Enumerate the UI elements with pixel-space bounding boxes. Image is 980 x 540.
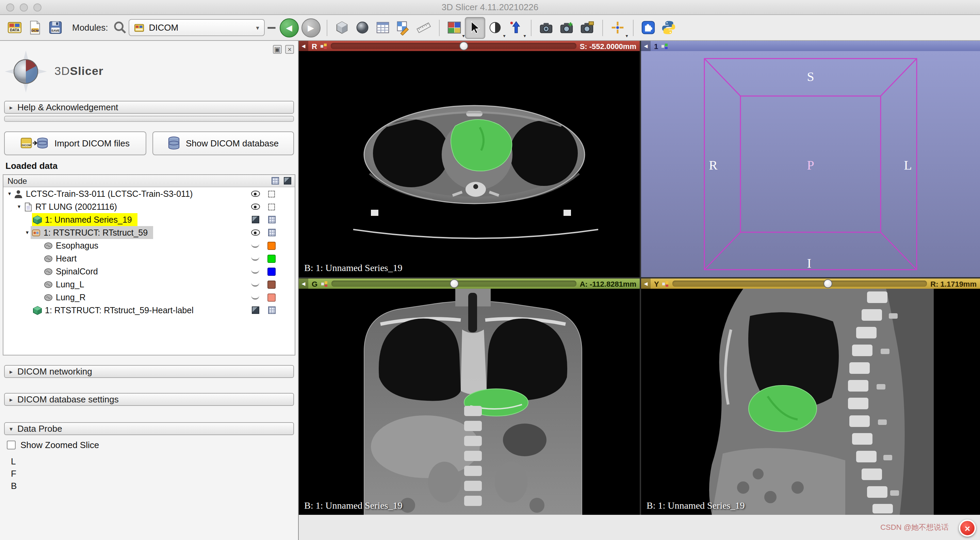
toolbar-separator	[439, 19, 440, 36]
transform-column-icon[interactable]	[268, 203, 275, 210]
dicom-database-settings-section[interactable]: ▸ DICOM database settings	[4, 393, 294, 406]
slice-offset-slider[interactable]	[673, 280, 927, 287]
segment-icon	[43, 266, 53, 276]
tree-header-grid-icon[interactable]	[272, 177, 279, 185]
tree-row-patient[interactable]: ▾ LCTSC-Train-S3-011 (LCTSC-Train-S3-011…	[3, 187, 295, 200]
cursor-icon	[467, 20, 483, 35]
tree-row-segment-lung-l[interactable]: Lung_L	[3, 278, 295, 291]
axial-slice-viewport[interactable]: B: 1: Unnamed Series_19	[299, 51, 640, 277]
tree-row-segment-lung-r[interactable]: Lung_R	[3, 291, 295, 304]
tables-button[interactable]	[373, 17, 393, 38]
tree-row-segment-spinalcord[interactable]: SpinalCord	[3, 265, 295, 278]
center-3d-view-button[interactable]	[353, 17, 373, 38]
slice-menu-pin-icon[interactable]	[321, 280, 328, 287]
yellow-slice-controller[interactable]: ◀ Y R: 1.1719mm	[641, 279, 980, 289]
threed-scene: S R P L I	[641, 51, 980, 277]
dcm-button[interactable]: DCM	[24, 17, 45, 38]
slider-handle[interactable]	[450, 279, 458, 288]
module-history-button[interactable]	[265, 17, 278, 38]
ruler-button[interactable]	[414, 17, 434, 38]
toolbar-separator	[531, 19, 531, 36]
tree-row-labelmap[interactable]: 1: RTSTRUCT: RTstruct_59-Heart-label	[3, 304, 295, 317]
green-slice-controller[interactable]: ◀ G A: -112.8281mm	[299, 279, 640, 289]
crosshair-button[interactable]: ▾	[608, 17, 628, 38]
python-console-button[interactable]	[659, 17, 679, 38]
collapse-controller-icon[interactable]: ◀	[299, 41, 308, 51]
visibility-off-icon[interactable]	[251, 282, 259, 287]
help-acknowledgement-section[interactable]: ▸ Help & Acknowledgement	[4, 101, 294, 114]
visibility-on-icon[interactable]	[251, 191, 259, 197]
chevron-down-icon: ▾	[625, 33, 628, 38]
visibility-off-icon[interactable]	[251, 256, 259, 261]
segment-color-swatch[interactable]	[267, 267, 275, 276]
visibility-off-icon[interactable]	[251, 243, 259, 248]
collapse-controller-icon[interactable]: ◀	[299, 279, 308, 289]
red-slice-controller[interactable]: ◀ R S: -552.0000mm	[299, 41, 640, 51]
slider-handle[interactable]	[824, 279, 833, 288]
collapse-controller-icon[interactable]: ◀	[641, 41, 651, 51]
panel-close-icon[interactable]: ×	[285, 45, 294, 54]
tree-row-study[interactable]: ▾ RT LUNG (20021116)	[3, 200, 295, 213]
visibility-off-icon[interactable]	[251, 295, 259, 299]
screenshot-button[interactable]	[536, 17, 557, 38]
module-finder-button[interactable]	[112, 17, 129, 38]
tree-row-segment-heart[interactable]: Heart	[3, 252, 295, 265]
expander-icon[interactable]: ▾	[16, 204, 22, 210]
visibility-on-icon[interactable]	[251, 229, 259, 236]
scene-views-menu-button[interactable]	[577, 17, 598, 38]
adjust-window-level-button[interactable]: ▾	[485, 17, 506, 38]
slice-edit-button[interactable]	[393, 17, 414, 38]
sagittal-slice-viewport[interactable]: B: 1: Unnamed Series_19	[641, 289, 980, 515]
slice-menu-pin-icon[interactable]	[321, 43, 327, 49]
segment-color-swatch[interactable]	[267, 241, 275, 250]
grid-column-icon[interactable]	[268, 306, 275, 314]
module-selector[interactable]: DICOM ▾	[129, 19, 265, 36]
dicom-networking-section[interactable]: ▸ DICOM networking	[4, 365, 294, 378]
expander-icon[interactable]: ▾	[24, 229, 30, 236]
scene-view-button[interactable]	[557, 17, 577, 38]
show-dicom-database-button[interactable]: Show DICOM database	[152, 131, 294, 155]
load-data-button[interactable]: DATA	[4, 17, 24, 38]
grid-column-icon[interactable]	[268, 229, 275, 236]
slice-offset-slider[interactable]	[331, 43, 576, 49]
slider-handle[interactable]	[460, 41, 468, 50]
volume-rendering-icon[interactable]	[251, 216, 259, 223]
show-zoomed-slice-checkbox[interactable]	[7, 441, 16, 449]
slice-offset-slider[interactable]	[331, 280, 576, 287]
module-forward-button[interactable]: ▶	[301, 18, 321, 37]
segment-color-swatch[interactable]	[267, 293, 275, 301]
grid-column-icon[interactable]	[268, 216, 275, 223]
search-icon	[113, 20, 128, 35]
coronal-slice-viewport[interactable]: B: 1: Unnamed Series_19	[299, 289, 640, 515]
segment-color-swatch[interactable]	[267, 280, 275, 288]
cube-icon	[334, 20, 350, 35]
place-point-button[interactable]: ▾	[506, 17, 526, 38]
slice-menu-pin-icon[interactable]	[662, 280, 669, 287]
segment-color-swatch[interactable]	[267, 254, 275, 263]
tree-row-volume[interactable]: 1: Unnamed Series_19	[3, 213, 295, 226]
volume-rendering-icon[interactable]	[251, 306, 259, 314]
tree-header[interactable]: Node	[3, 175, 295, 187]
tree-row-segment-esophagus[interactable]: Esophagus	[3, 239, 295, 252]
tree-header-layers-icon[interactable]	[284, 177, 291, 185]
threed-viewport[interactable]: S R P L I	[641, 51, 980, 277]
collapse-controller-icon[interactable]: ◀	[641, 279, 651, 289]
threed-view-controller[interactable]: ◀ 1	[641, 41, 980, 51]
transform-column-icon[interactable]	[268, 190, 275, 197]
visibility-off-icon[interactable]	[251, 269, 259, 274]
layout-selector-button[interactable]: ▾	[444, 17, 465, 38]
view-menu-pin-icon[interactable]	[662, 43, 668, 49]
expander-icon[interactable]: ▾	[6, 191, 13, 197]
visibility-on-icon[interactable]	[251, 204, 259, 210]
module-back-button[interactable]: ◀	[280, 18, 299, 37]
mouse-interaction-button[interactable]	[465, 17, 485, 38]
data-probe-section[interactable]: ▾ Data Probe	[4, 422, 294, 435]
extensions-manager-button[interactable]	[638, 17, 659, 38]
collapsed-section-bar[interactable]	[4, 116, 294, 122]
close-overlay-button[interactable]: ×	[959, 519, 976, 537]
show-3d-view-button[interactable]	[332, 17, 353, 38]
panel-pin-icon[interactable]: ▣	[273, 45, 282, 54]
save-button[interactable]: SAVE	[45, 17, 65, 38]
import-dicom-button[interactable]: DICOM Import DICOM files	[4, 131, 146, 155]
tree-row-rtstruct[interactable]: ▾ 1: RTSTRUCT: RTstruct_59	[3, 226, 295, 239]
